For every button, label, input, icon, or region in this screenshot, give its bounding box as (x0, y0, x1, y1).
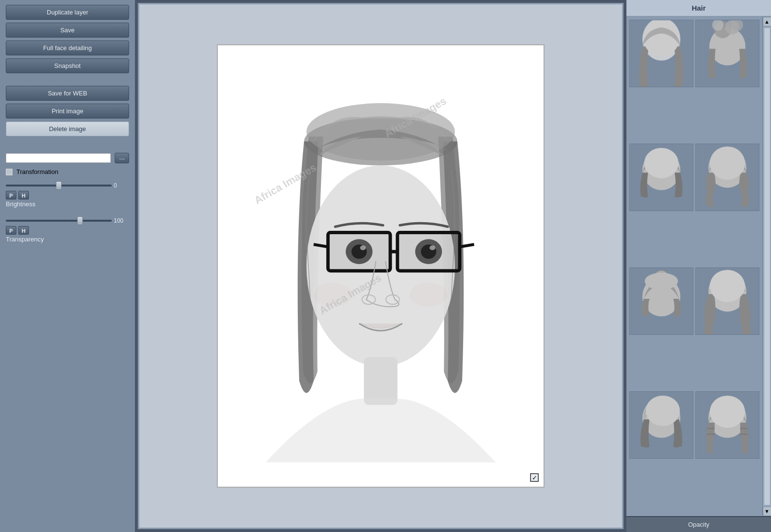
canvas-area[interactable]: Africa Images Africa Images Africa Image… (217, 44, 545, 488)
hair-grid-container: ▲ ▼ (626, 17, 771, 516)
full-face-detailing-button[interactable]: Full face detailing (6, 40, 129, 55)
hair-panel-title: Hair (626, 0, 771, 17)
center-panel: Africa Images Africa Images Africa Image… (138, 3, 624, 529)
hair-style-4[interactable] (695, 144, 759, 211)
scroll-down-arrow[interactable]: ▼ (763, 506, 771, 516)
svg-point-19 (410, 283, 448, 307)
hair-style-8[interactable] (695, 391, 759, 459)
hair-style-2[interactable] (695, 20, 759, 87)
svg-point-33 (645, 273, 678, 290)
transparency-h-button[interactable]: H (18, 226, 29, 235)
duplicate-layer-button[interactable]: Duplicate layer (6, 5, 129, 20)
print-image-button[interactable]: Print image (6, 104, 129, 119)
transparency-ph-row: P H (6, 226, 129, 235)
hair-style-6[interactable] (695, 267, 759, 335)
right-panel: Hair (626, 0, 771, 532)
svg-point-30 (710, 146, 745, 180)
hair-style-3[interactable] (629, 144, 693, 211)
svg-point-12 (360, 245, 366, 250)
opacity-bar: Opacity (626, 516, 771, 532)
brightness-value: 0 (114, 182, 129, 189)
brightness-thumb[interactable] (56, 181, 62, 190)
transformation-row: Transformation (6, 168, 129, 175)
svg-point-18 (314, 283, 352, 307)
transparency-section: 100 P H Transparency (6, 217, 129, 246)
brightness-slider-row: 0 (6, 182, 129, 189)
delete-image-button[interactable]: Delete image (6, 121, 129, 136)
checkmark-icon: ✓ (532, 474, 537, 481)
brightness-track[interactable] (6, 185, 112, 186)
canvas-checkbox[interactable]: ✓ (530, 473, 539, 482)
svg-point-15 (429, 245, 435, 250)
svg-point-35 (710, 270, 745, 302)
transformation-label: Transformation (16, 168, 58, 175)
transparency-p-button[interactable]: P (6, 226, 16, 235)
hair-style-7[interactable] (629, 391, 693, 459)
svg-point-28 (644, 148, 678, 178)
brightness-section: 0 P H Brightness (6, 182, 129, 211)
progress-bar (6, 153, 111, 163)
scroll-up-arrow[interactable]: ▲ (763, 17, 771, 27)
opacity-label: Opacity (688, 521, 709, 528)
transparency-thumb[interactable] (77, 216, 83, 225)
svg-point-39 (710, 396, 745, 428)
brightness-p-button[interactable]: P (6, 191, 16, 200)
brightness-label: Brightness (6, 200, 129, 208)
hair-style-1[interactable] (629, 20, 693, 87)
scroll-thumb[interactable] (764, 27, 771, 505)
progress-fill (6, 154, 79, 162)
progress-row: ··· (6, 153, 129, 163)
left-panel: Duplicate layer Save Full face detailing… (0, 0, 135, 532)
brightness-ph-row: P H (6, 191, 129, 200)
transformation-checkbox[interactable] (6, 169, 13, 175)
right-scrollbar: ▲ ▼ (762, 17, 771, 516)
transparency-slider-row: 100 (6, 217, 129, 224)
progress-dots-button[interactable]: ··· (115, 153, 129, 163)
hair-style-5[interactable] (629, 267, 693, 335)
save-button[interactable]: Save (6, 23, 129, 38)
face-portrait-svg (218, 45, 544, 487)
hair-grid (626, 17, 762, 516)
svg-point-37 (646, 396, 680, 426)
snapshot-button[interactable]: Snapshot (6, 58, 129, 73)
transparency-value: 100 (114, 217, 129, 224)
brightness-h-button[interactable]: H (18, 191, 29, 200)
transparency-label: Transparency (6, 236, 129, 243)
transparency-track[interactable] (6, 220, 112, 222)
save-for-web-button[interactable]: Save for WEB (6, 86, 129, 101)
